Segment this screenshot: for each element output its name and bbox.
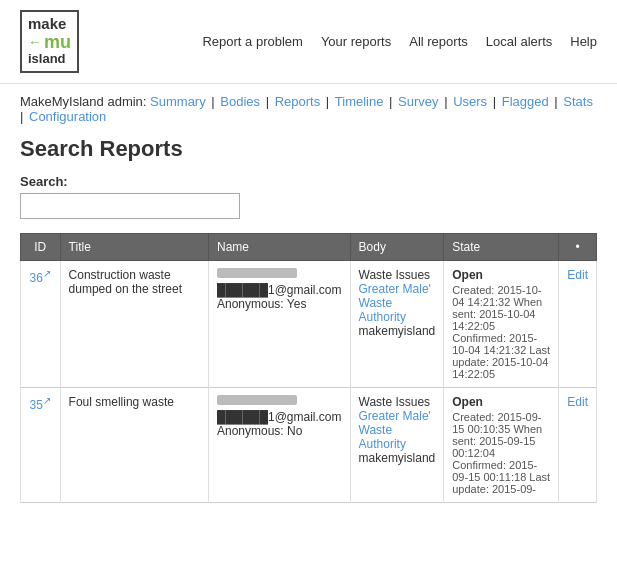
logo: make ← mu island	[20, 10, 79, 73]
row1-state-detail: Created: 2015-10-04 14:21:32 When sent: …	[452, 284, 550, 380]
site-header: make ← mu island Report a problem Your r…	[0, 0, 617, 84]
logo-arrow-icon: ←	[28, 35, 42, 50]
row2-name-blurred	[217, 395, 297, 405]
nav-all-reports[interactable]: All reports	[409, 34, 468, 49]
admin-link-summary[interactable]: Summary	[150, 94, 206, 109]
col-header-body: Body	[350, 233, 444, 260]
row1-body-link2[interactable]: Waste	[359, 296, 393, 310]
col-header-id: ID	[21, 233, 61, 260]
row1-state-label: Open	[452, 268, 483, 282]
admin-link-reports[interactable]: Reports	[275, 94, 321, 109]
main-nav: Report a problem Your reports All report…	[202, 34, 597, 49]
table-row: 35↗ Foul smelling waste ██████1@gmail.co…	[21, 387, 597, 502]
nav-help[interactable]: Help	[570, 34, 597, 49]
row1-body-line2: makemyisland	[359, 324, 436, 338]
admin-link-survey[interactable]: Survey	[398, 94, 438, 109]
row1-body-line1: Waste Issues	[359, 268, 431, 282]
row2-state: Open Created: 2015-09-15 00:10:35 When s…	[444, 387, 559, 502]
logo-make: make	[28, 16, 71, 33]
row2-body-link2[interactable]: Waste	[359, 423, 393, 437]
col-header-dot: •	[559, 233, 597, 260]
admin-prefix: MakeMyIsland admin:	[20, 94, 146, 109]
row2-edit-link[interactable]: Edit	[567, 395, 588, 409]
row2-body-link3[interactable]: Authority	[359, 437, 406, 451]
row2-title: Foul smelling waste	[60, 387, 208, 502]
row2-body-line1: Waste Issues	[359, 395, 431, 409]
main-content: Search Reports Search: ID Title Name Bod…	[0, 128, 617, 523]
row2-name: ██████1@gmail.com Anonymous: No	[208, 387, 350, 502]
row1-email: ██████1@gmail.com	[217, 283, 342, 297]
row1-body-link3[interactable]: Authority	[359, 310, 406, 324]
row2-anon: Anonymous: No	[217, 424, 302, 438]
admin-breadcrumb: MakeMyIsland admin: Summary | Bodies | R…	[0, 84, 617, 128]
nav-report-problem[interactable]: Report a problem	[202, 34, 302, 49]
admin-link-users[interactable]: Users	[453, 94, 487, 109]
admin-link-bodies[interactable]: Bodies	[220, 94, 260, 109]
logo-mu: mu	[44, 33, 71, 53]
row1-title: Construction waste dumped on the street	[60, 260, 208, 387]
admin-link-stats[interactable]: Stats	[563, 94, 593, 109]
row2-email: ██████1@gmail.com	[217, 410, 342, 424]
row2-id: 35↗	[21, 387, 61, 502]
table-header-row: ID Title Name Body State •	[21, 233, 597, 260]
row1-anon: Anonymous: Yes	[217, 297, 306, 311]
reports-table: ID Title Name Body State • 36↗ Construct…	[20, 233, 597, 503]
nav-your-reports[interactable]: Your reports	[321, 34, 391, 49]
admin-link-configuration[interactable]: Configuration	[29, 109, 106, 124]
row1-edit-link[interactable]: Edit	[567, 268, 588, 282]
row1-edit: Edit	[559, 260, 597, 387]
col-header-state: State	[444, 233, 559, 260]
row2-edit: Edit	[559, 387, 597, 502]
row1-body: Waste Issues Greater Male' Waste Authori…	[350, 260, 444, 387]
admin-link-flagged[interactable]: Flagged	[502, 94, 549, 109]
row2-state-detail: Created: 2015-09-15 00:10:35 When sent: …	[452, 411, 550, 495]
row2-body: Waste Issues Greater Male' Waste Authori…	[350, 387, 444, 502]
nav-local-alerts[interactable]: Local alerts	[486, 34, 552, 49]
row1-id-link[interactable]: 36↗	[30, 271, 51, 285]
row2-state-label: Open	[452, 395, 483, 409]
row1-state: Open Created: 2015-10-04 14:21:32 When s…	[444, 260, 559, 387]
table-row: 36↗ Construction waste dumped on the str…	[21, 260, 597, 387]
search-input[interactable]	[20, 193, 240, 219]
row2-body-link1[interactable]: Greater Male'	[359, 409, 431, 423]
search-label: Search:	[20, 174, 597, 189]
row1-name: ██████1@gmail.com Anonymous: Yes	[208, 260, 350, 387]
row1-name-blurred	[217, 268, 297, 278]
logo-island: island	[28, 52, 71, 66]
logo-box: make ← mu island	[20, 10, 79, 73]
col-header-name: Name	[208, 233, 350, 260]
page-title: Search Reports	[20, 136, 597, 162]
row1-body-link1[interactable]: Greater Male'	[359, 282, 431, 296]
row1-id: 36↗	[21, 260, 61, 387]
row2-id-link[interactable]: 35↗	[30, 398, 51, 412]
col-header-title: Title	[60, 233, 208, 260]
row2-body-line2: makemyisland	[359, 451, 436, 465]
admin-link-timeline[interactable]: Timeline	[335, 94, 384, 109]
